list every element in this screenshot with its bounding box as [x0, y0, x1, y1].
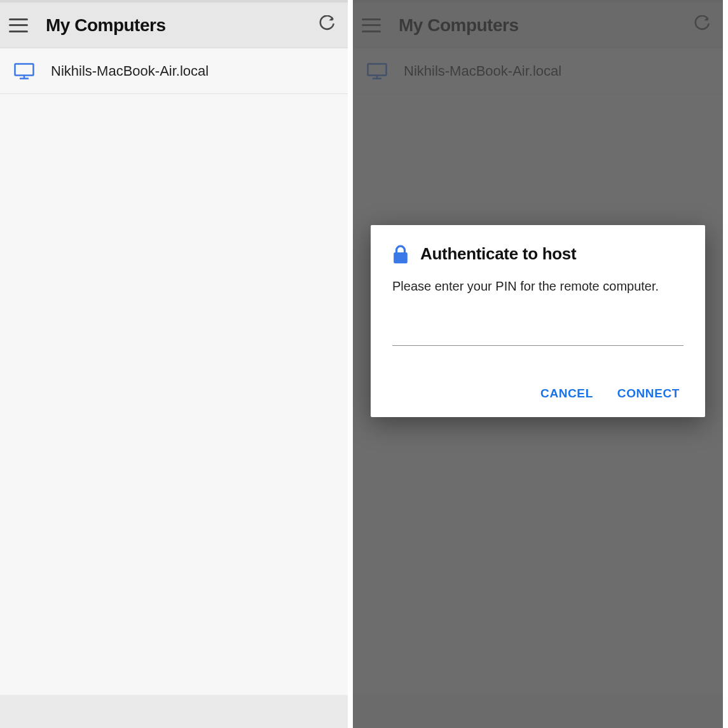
- modal-overlay[interactable]: Authenticate to host Please enter your P…: [353, 0, 723, 728]
- monitor-icon: [14, 63, 34, 79]
- lock-icon: [392, 245, 409, 264]
- connect-button[interactable]: CONNECT: [616, 384, 681, 403]
- dialog-actions: CANCEL CONNECT: [392, 384, 683, 403]
- refresh-button[interactable]: [317, 16, 336, 35]
- menu-icon[interactable]: [9, 18, 28, 32]
- screen-authenticate-dialog: My Computers Nikhils-MacBook-Air.local: [353, 0, 723, 728]
- bottom-nav-bar: [0, 695, 348, 728]
- svg-rect-6: [394, 252, 408, 263]
- svg-rect-0: [15, 64, 34, 75]
- cancel-button[interactable]: CANCEL: [539, 384, 594, 403]
- pin-input[interactable]: [392, 323, 683, 346]
- host-name: Nikhils-MacBook-Air.local: [51, 63, 209, 79]
- dialog-description: Please enter your PIN for the remote com…: [392, 278, 683, 295]
- dialog-title: Authenticate to host: [420, 244, 576, 264]
- authenticate-dialog: Authenticate to host Please enter your P…: [371, 225, 705, 417]
- app-header: My Computers: [0, 0, 348, 48]
- dialog-header: Authenticate to host: [392, 244, 683, 264]
- screen-computers-list: My Computers Nikhils-MacBook-Air.local: [0, 0, 353, 728]
- refresh-icon: [318, 15, 336, 36]
- page-title: My Computers: [46, 15, 317, 36]
- host-item[interactable]: Nikhils-MacBook-Air.local: [0, 48, 348, 94]
